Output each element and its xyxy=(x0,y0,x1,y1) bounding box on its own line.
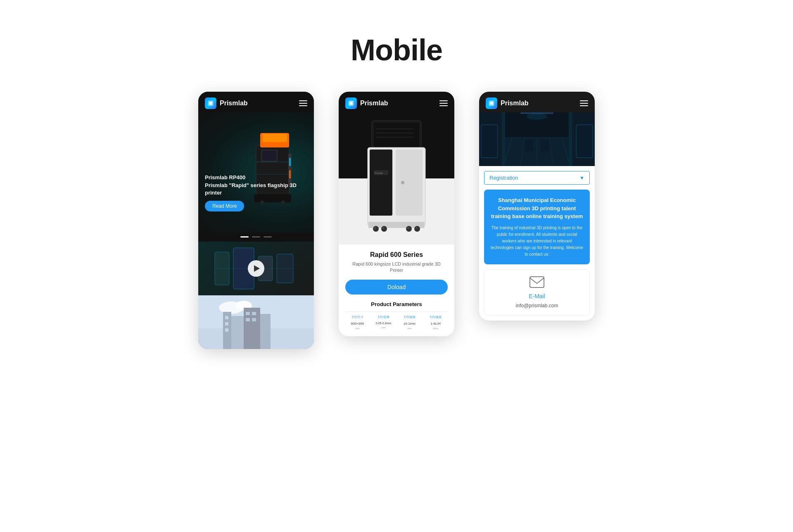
page-title: Mobile xyxy=(351,33,442,67)
info-card-title: Shanghai Municipal Economic Commission 3… xyxy=(491,196,583,221)
svg-point-60 xyxy=(415,227,417,229)
param-2: 打印层厚 0.05-0.3mm mm xyxy=(371,315,396,330)
phone1-carousel-dots xyxy=(198,232,314,242)
phone1-hero: Prismlab RP400 Prismlab "Rapid" series f… xyxy=(198,112,314,232)
svg-rect-33 xyxy=(252,312,256,315)
phone2-content: Rapid 600 Series Rapid 600 kingsize LCD … xyxy=(339,245,454,336)
svg-point-78 xyxy=(527,113,547,120)
phone1-navbar: Prismlab xyxy=(198,92,314,112)
phone3-logo-cube-icon xyxy=(486,97,497,109)
svg-rect-79 xyxy=(525,139,533,152)
svg-point-53 xyxy=(373,226,379,232)
svg-rect-74 xyxy=(569,112,572,166)
phone3-logo: Prismlab xyxy=(486,97,529,109)
phone2-navbar: Prismlab xyxy=(339,92,454,112)
dropdown-arrow-icon: ▼ xyxy=(579,175,584,181)
phone1-building-photo xyxy=(198,295,314,349)
phone3-content: Registration ▼ Shanghai Municipal Econom… xyxy=(479,166,595,321)
svg-rect-7 xyxy=(262,151,276,161)
phones-container: Prismlab xyxy=(173,92,620,349)
svg-rect-5 xyxy=(262,134,287,142)
phone2-frame: Prismlab xyxy=(339,92,454,336)
registration-dropdown[interactable]: Registration ▼ xyxy=(484,171,590,185)
svg-point-51 xyxy=(401,181,404,184)
phone1-hamburger-icon[interactable] xyxy=(299,100,307,106)
svg-point-55 xyxy=(406,226,412,232)
play-button[interactable] xyxy=(248,260,264,277)
phone3-frame: Prismlab xyxy=(479,92,595,321)
svg-rect-38 xyxy=(350,102,352,104)
phone2-logo-text: Prismlab xyxy=(360,100,388,107)
svg-rect-2 xyxy=(209,102,212,104)
carousel-dot-3[interactable] xyxy=(264,236,272,238)
svg-rect-50 xyxy=(396,150,423,216)
svg-rect-34 xyxy=(246,318,250,321)
svg-rect-42 xyxy=(374,123,419,147)
param-1: 打印尺寸 600×350 mm xyxy=(345,315,370,330)
email-address: info@prismlab.com xyxy=(516,303,558,309)
svg-rect-75 xyxy=(481,125,498,158)
param-3: 打印精度 ±0.1mm mm xyxy=(397,315,422,330)
phone3-hamburger-icon[interactable] xyxy=(580,100,588,106)
params-table: 打印尺寸 600×350 mm 打印层厚 0.05-0.3mm mm 打印精度 … xyxy=(345,311,448,330)
svg-rect-28 xyxy=(260,314,271,349)
svg-rect-80 xyxy=(541,139,549,152)
phone2-logo-cube-icon xyxy=(345,97,357,109)
svg-rect-29 xyxy=(225,316,228,319)
phone1-hero-text: Prismlab RP400 Prismlab "Rapid" series f… xyxy=(205,174,314,211)
svg-rect-47 xyxy=(370,150,392,216)
svg-rect-81 xyxy=(530,277,544,287)
phone1-logo: Prismlab xyxy=(205,97,248,109)
svg-point-54 xyxy=(381,226,387,232)
email-card: E-Mail info@prismlab.com xyxy=(484,269,590,316)
svg-point-58 xyxy=(382,227,384,229)
email-label: E-Mail xyxy=(529,293,545,299)
svg-rect-31 xyxy=(225,328,228,332)
download-button[interactable]: Doload xyxy=(345,280,448,294)
param-4: 打印速度 1-6L/H Hour xyxy=(423,315,448,330)
svg-rect-76 xyxy=(576,125,593,158)
svg-rect-32 xyxy=(246,312,250,315)
carousel-dot-2[interactable] xyxy=(252,236,260,238)
phone2-product-title: Rapid 600 Series xyxy=(345,251,448,259)
carousel-dot-1[interactable] xyxy=(240,236,249,238)
svg-point-56 xyxy=(414,226,420,232)
phone2-product-desc: Rapid 600 kingsize LCD industrial grade … xyxy=(345,261,448,274)
phone2-logo: Prismlab xyxy=(345,97,388,109)
svg-point-59 xyxy=(407,227,409,229)
svg-rect-26 xyxy=(231,316,244,349)
logo-cube-icon xyxy=(205,97,216,109)
phone2-hero: Prismlab xyxy=(339,112,454,245)
svg-text:Prismlab: Prismlab xyxy=(375,172,383,174)
phone1-video-section xyxy=(198,242,314,295)
registration-label: Registration xyxy=(489,175,518,181)
email-icon xyxy=(529,276,544,290)
phone1-hero-title: Prismlab RP400 Prismlab "Rapid" series f… xyxy=(205,174,314,197)
phone2-hamburger-icon[interactable] xyxy=(439,100,448,106)
info-card: Shanghai Municipal Economic Commission 3… xyxy=(484,190,590,264)
svg-rect-73 xyxy=(502,112,505,166)
params-title: Product Parameters xyxy=(345,301,448,307)
play-triangle-icon xyxy=(254,265,260,272)
svg-point-57 xyxy=(374,227,376,229)
phone1-frame: Prismlab xyxy=(198,92,314,349)
svg-rect-11 xyxy=(289,158,291,166)
phone3-logo-text: Prismlab xyxy=(501,100,529,107)
svg-rect-63 xyxy=(490,102,493,104)
info-card-desc: The training of industrial 3D printing i… xyxy=(491,225,583,258)
read-more-button[interactable]: Read More xyxy=(205,201,244,211)
phone3-hero xyxy=(479,112,595,166)
phone3-navbar: Prismlab xyxy=(479,92,595,112)
svg-rect-30 xyxy=(225,322,228,325)
svg-rect-35 xyxy=(252,318,256,321)
phone1-logo-text: Prismlab xyxy=(220,100,248,107)
